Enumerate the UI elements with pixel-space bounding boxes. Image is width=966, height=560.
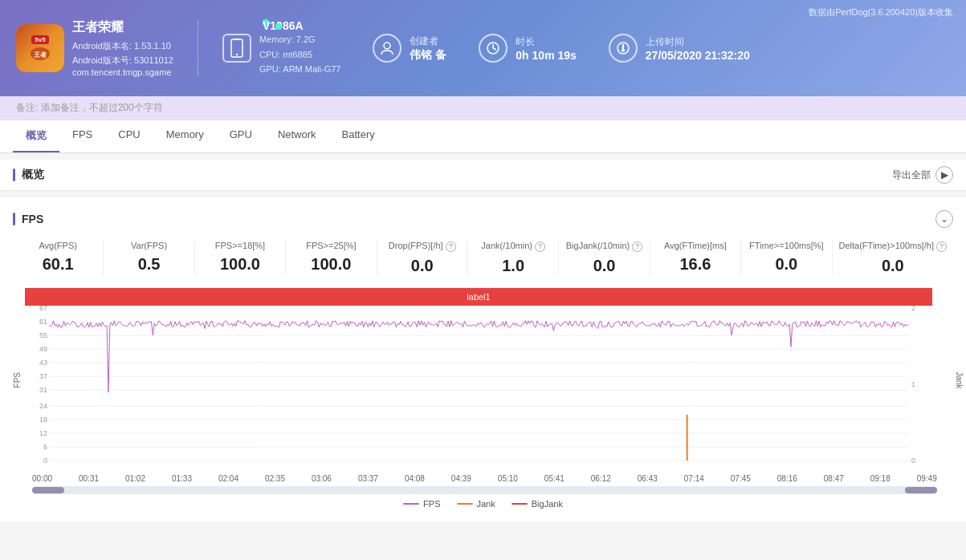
stat-item-4: Drop(FPS)[/h] ? 0.0	[377, 241, 468, 275]
stat-item-0: Avg(FPS) 60.1	[13, 241, 104, 275]
scrollbar-thumb-right	[905, 487, 937, 493]
stat-val-9: 0.0	[839, 257, 948, 275]
jank-y-axis-label: Jank	[955, 371, 964, 388]
upload-time-icon	[609, 34, 638, 63]
duration-info: 时长 0h 10m 19s	[516, 35, 577, 62]
stat-val-3: 100.0	[292, 255, 369, 274]
stat-item-6: BigJank(/10min) ? 0.0	[559, 241, 650, 275]
legend-label-fps: FPS	[423, 499, 440, 509]
legend-label-bigjank: BigJank	[532, 499, 563, 509]
legend-dot-jank	[457, 503, 473, 505]
app-details: 王者荣耀 Android版本名: 1.53.1.10 Android版本号: 5…	[72, 19, 173, 77]
stat-item-2: FPS>=18[%] 100.0	[195, 241, 286, 275]
creator-icon	[373, 34, 401, 63]
stat-val-0: 60.1	[19, 255, 96, 274]
nav-tab-概览[interactable]: 概览	[13, 120, 59, 152]
legend-item-jank: Jank	[457, 499, 495, 509]
divider-1	[198, 20, 198, 76]
x-tick-19: 09:49	[917, 474, 937, 483]
help-icon-${i}[interactable]: ?	[632, 241, 642, 252]
app-name: 王者荣耀	[72, 19, 173, 36]
duration-value: 0h 10m 19s	[516, 49, 577, 62]
help-icon-${i}[interactable]: ?	[446, 241, 456, 252]
help-icon-${i}[interactable]: ?	[535, 241, 545, 252]
x-tick-13: 06:43	[638, 474, 658, 483]
x-tick-10: 05:10	[498, 474, 518, 483]
stat-item-7: Avg(FTime)[ms] 16.6	[650, 241, 741, 275]
export-circle-icon: ▶	[935, 166, 953, 184]
nav-tab-Memory[interactable]: Memory	[153, 120, 217, 152]
stat-val-6: 0.0	[565, 257, 642, 275]
duration-label: 时长	[516, 35, 577, 49]
device-info: V1986A Memory: 7.2G CPU: mt6885 GPU: ARM…	[259, 19, 340, 77]
x-tick-0: 00:00	[32, 474, 52, 483]
stat-name-3: FPS>=25[%]	[292, 241, 369, 250]
device-icon	[222, 34, 251, 63]
stat-name-2: FPS>=18[%]	[202, 241, 279, 250]
stat-name-7: Avg(FTime)[ms]	[657, 241, 734, 250]
creator-info: 创建者 伟铭 备	[410, 34, 446, 63]
scrollbar-thumb-left	[32, 487, 64, 493]
stat-val-7: 16.6	[657, 255, 734, 274]
header: 数据由PerfDog(3.6.200420)版本收集 5v5 王者 王者荣耀 A…	[0, 0, 966, 96]
creator-stat: 创建者 伟铭 备	[373, 34, 446, 63]
fps-y-axis-label: FPS	[13, 372, 22, 388]
export-button[interactable]: 导出全部 ▶	[892, 166, 953, 184]
stat-val-5: 1.0	[475, 257, 552, 275]
svg-point-4	[236, 54, 238, 55]
x-tick-18: 09:18	[870, 474, 891, 483]
upload-time-label: 上传时间	[646, 35, 750, 49]
upload-time-value: 27/05/2020 21:32:20	[646, 49, 750, 62]
online-indicator	[275, 23, 282, 30]
fps-chart-canvas	[25, 288, 932, 473]
fps-section-title: FPS ⌄	[13, 210, 953, 228]
nav-tab-CPU[interactable]: CPU	[105, 120, 153, 152]
perfdog-label: 数据由PerfDog(3.6.200420)版本收集	[809, 6, 953, 18]
stat-name-5: Jank(/10min) ?	[475, 241, 552, 252]
upload-time-stat: 上传时间 27/05/2020 21:32:20	[609, 34, 750, 63]
x-tick-14: 07:14	[684, 474, 704, 483]
nav-tab-FPS[interactable]: FPS	[59, 120, 105, 152]
svg-rect-3	[234, 39, 239, 40]
x-tick-6: 03:06	[312, 474, 332, 483]
creator-label: 创建者	[410, 34, 446, 48]
app-package: com.tencent.tmgp.sgame	[72, 67, 173, 77]
note-text: 备注: 添加备注，不超过200个字符	[16, 102, 163, 113]
x-tick-4: 02:04	[218, 474, 238, 483]
x-tick-15: 07:45	[731, 474, 751, 483]
overview-section-title: 概览	[13, 168, 44, 182]
stat-item-3: FPS>=25[%] 100.0	[286, 241, 377, 275]
x-tick-2: 01:02	[125, 474, 145, 483]
x-tick-1: 00:31	[79, 474, 99, 483]
legend-dot-fps	[403, 503, 419, 505]
stat-name-4: Drop(FPS)[/h] ?	[384, 241, 461, 252]
nav-tab-GPU[interactable]: GPU	[217, 120, 265, 152]
fps-title: FPS	[13, 213, 43, 225]
nav-tab-Network[interactable]: Network	[265, 120, 329, 152]
stat-name-1: Var(FPS)	[110, 241, 187, 250]
svg-line-8	[493, 48, 496, 50]
help-icon-${i}[interactable]: ?	[936, 241, 947, 252]
x-tick-11: 05:41	[544, 474, 565, 483]
fps-expand-button[interactable]: ⌄	[935, 210, 953, 228]
chart-scrollbar[interactable]	[32, 486, 937, 494]
chart-legend: FPS Jank BigJank	[13, 499, 953, 509]
x-tick-16: 08:16	[777, 474, 797, 483]
android-id: Android版本号: 53011012	[72, 54, 173, 68]
overview-section-bar: 概览 导出全部 ▶	[0, 160, 966, 191]
nav-tab-Battery[interactable]: Battery	[329, 120, 388, 152]
note-bar[interactable]: 备注: 添加备注，不超过200个字符	[0, 96, 966, 120]
stat-name-9: Delta(FTime)>100ms[/h] ?	[839, 241, 948, 252]
device-cpu: CPU: mt6885	[259, 47, 340, 63]
svg-point-5	[384, 43, 390, 49]
device-name: V1986A	[259, 19, 340, 32]
stat-item-9: Delta(FTime)>100ms[/h] ? 0.0	[833, 241, 954, 275]
stat-val-1: 0.5	[110, 255, 187, 274]
fps-stats-row: Avg(FPS) 60.1Var(FPS) 0.5FPS>=18[%] 100.…	[13, 241, 953, 275]
device-section: V1986A Memory: 7.2G CPU: mt6885 GPU: ARM…	[222, 19, 340, 77]
x-tick-9: 04:39	[451, 474, 471, 483]
stat-name-8: FTime>=100ms[%]	[748, 241, 825, 250]
nav-tabs: 概览FPSCPUMemoryGPUNetworkBattery	[0, 120, 966, 153]
x-tick-17: 08:47	[824, 474, 844, 483]
fps-section: FPS ⌄ Avg(FPS) 60.1Var(FPS) 0.5FPS>=18[%…	[0, 197, 966, 521]
